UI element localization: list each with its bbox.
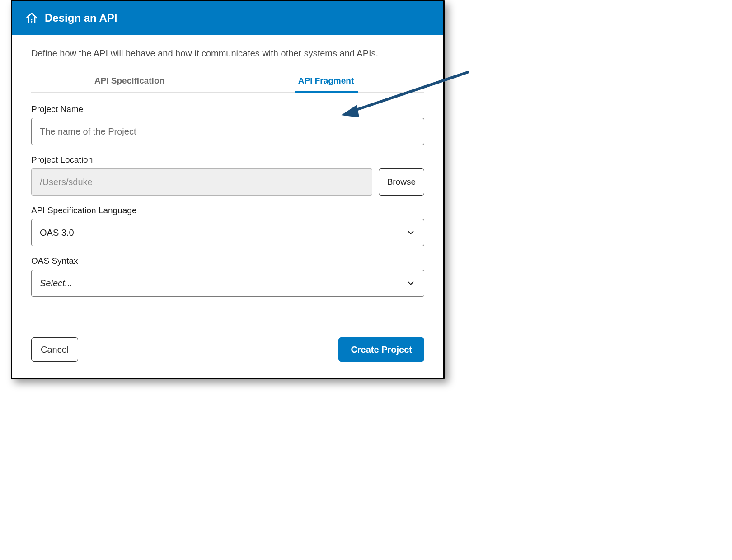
project-name-input[interactable] — [31, 118, 424, 145]
cancel-button[interactable]: Cancel — [31, 337, 78, 362]
design-api-dialog: Design an API Define how the API will be… — [11, 0, 445, 379]
spec-language-select[interactable]: OAS 3.0 — [31, 219, 424, 246]
field-project-name: Project Name — [31, 104, 424, 145]
project-location-input[interactable] — [31, 168, 372, 196]
oas-syntax-placeholder: Select... — [40, 278, 72, 289]
tab-api-fragment[interactable]: API Fragment — [228, 71, 424, 92]
tab-label: API Fragment — [298, 76, 354, 85]
create-project-button[interactable]: Create Project — [338, 337, 424, 362]
api-home-icon — [25, 11, 38, 25]
field-spec-language: API Specification Language OAS 3.0 — [31, 205, 424, 246]
dialog-title: Design an API — [45, 12, 117, 24]
dialog-body: Define how the API will behave and how i… — [12, 35, 443, 378]
tab-label: API Specification — [94, 76, 164, 85]
project-location-label: Project Location — [31, 155, 424, 165]
oas-syntax-select[interactable]: Select... — [31, 270, 424, 297]
tab-active-underline — [295, 91, 358, 93]
dialog-header: Design an API — [12, 1, 443, 35]
field-oas-syntax: OAS Syntax Select... — [31, 256, 424, 297]
project-name-label: Project Name — [31, 104, 424, 114]
tab-api-specification[interactable]: API Specification — [31, 71, 228, 92]
browse-button[interactable]: Browse — [379, 168, 424, 196]
tabs: API Specification API Fragment — [31, 71, 424, 93]
field-project-location: Project Location Browse — [31, 155, 424, 196]
spec-language-value: OAS 3.0 — [40, 228, 74, 238]
spec-language-label: API Specification Language — [31, 205, 424, 215]
chevron-down-icon — [406, 228, 416, 238]
dialog-description: Define how the API will behave and how i… — [31, 48, 424, 59]
chevron-down-icon — [406, 278, 416, 288]
oas-syntax-label: OAS Syntax — [31, 256, 424, 266]
dialog-footer: Cancel Create Project — [31, 337, 424, 364]
